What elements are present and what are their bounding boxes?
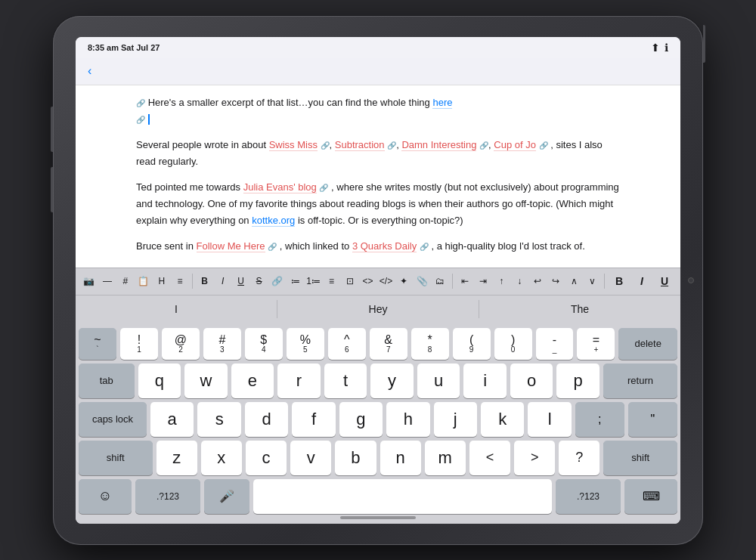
redo-toolbar-btn[interactable]: ↪: [548, 271, 563, 291]
key-u[interactable]: u: [417, 364, 460, 398]
italic-toolbar-btn[interactable]: I: [215, 271, 231, 291]
key-o[interactable]: o: [510, 364, 553, 398]
key-r[interactable]: r: [277, 364, 321, 398]
key-slash[interactable]: ?: [559, 441, 600, 475]
collapse-toolbar-btn[interactable]: ∧: [566, 271, 581, 291]
key-i[interactable]: i: [463, 364, 507, 398]
table-toolbar-btn[interactable]: 🗂: [432, 271, 448, 291]
format-italic-btn[interactable]: I: [632, 271, 652, 291]
delete-key[interactable]: delete: [618, 328, 677, 360]
key-dollar-4[interactable]: $ 4: [245, 328, 283, 360]
power-button[interactable]: [703, 25, 705, 63]
expand-toolbar-btn[interactable]: ∨: [584, 271, 600, 291]
key-h[interactable]: h: [386, 402, 429, 437]
shift-right-key[interactable]: shift: [603, 441, 677, 475]
here-link[interactable]: here: [432, 97, 452, 109]
key-a[interactable]: a: [150, 402, 194, 437]
key-g[interactable]: g: [339, 402, 383, 437]
microphone-key[interactable]: 🎤: [204, 479, 249, 514]
num-toggle-left-key[interactable]: .?123: [135, 479, 200, 514]
key-q[interactable]: q: [138, 364, 181, 398]
spacebar-key[interactable]: [253, 479, 552, 514]
key-c[interactable]: c: [246, 441, 287, 475]
key-j[interactable]: j: [434, 402, 477, 437]
return-key[interactable]: return: [603, 364, 677, 398]
attach-toolbar-btn[interactable]: 📎: [414, 271, 429, 291]
strikethrough-toolbar-btn[interactable]: S: [252, 271, 267, 291]
checkbox-toolbar-btn[interactable]: ⊡: [342, 271, 358, 291]
kottke-link[interactable]: kottke.org: [252, 215, 295, 227]
arrow-down-toolbar-btn[interactable]: ↓: [512, 271, 527, 291]
key-e[interactable]: e: [231, 364, 274, 398]
volume-down-button[interactable]: [51, 167, 53, 212]
key-m[interactable]: m: [425, 441, 466, 475]
indent-toolbar-btn[interactable]: ≡: [324, 271, 339, 291]
num-toggle-right-key[interactable]: .?123: [556, 479, 621, 514]
lines-toolbar-btn[interactable]: ≡: [172, 271, 187, 291]
key-n[interactable]: n: [380, 441, 421, 475]
prediction-hey[interactable]: Hey: [277, 300, 479, 318]
hashtag-toolbar-btn[interactable]: #: [118, 271, 133, 291]
key-exclaim-1[interactable]: ! 1: [120, 328, 158, 360]
key-minus-underscore[interactable]: - _: [536, 328, 574, 360]
photo-toolbar-btn[interactable]: 📷: [82, 271, 97, 291]
subtraction-link[interactable]: Subtraction: [335, 139, 385, 151]
key-t[interactable]: t: [324, 364, 367, 398]
key-caret-6[interactable]: ^ 6: [328, 328, 366, 360]
share-icon[interactable]: ⬆: [651, 42, 660, 54]
key-y[interactable]: y: [370, 364, 414, 398]
clipboard-toolbar-btn[interactable]: 📋: [136, 271, 151, 291]
info-icon[interactable]: ℹ: [665, 42, 668, 54]
key-hash-3[interactable]: # 3: [203, 328, 241, 360]
back-button[interactable]: ‹: [88, 64, 91, 78]
marcelo-rinesi-link[interactable]: Marcelo Rinesi: [136, 266, 201, 267]
key-d[interactable]: d: [245, 402, 288, 437]
key-v[interactable]: v: [290, 441, 331, 475]
code-toolbar-btn[interactable]: <>: [361, 271, 376, 291]
link-toolbar-btn[interactable]: 🔗: [270, 271, 285, 291]
undo-toolbar-btn[interactable]: ↩: [530, 271, 545, 291]
bold-toolbar-btn[interactable]: B: [197, 271, 212, 291]
key-z[interactable]: z: [156, 441, 197, 475]
arrow-up-toolbar-btn[interactable]: ↑: [494, 271, 509, 291]
key-equals-plus[interactable]: = +: [577, 328, 615, 360]
key-percent-5[interactable]: % 5: [287, 328, 324, 360]
heading-toolbar-btn[interactable]: H: [154, 271, 169, 291]
caps-lock-key[interactable]: caps lock: [79, 402, 147, 437]
key-b[interactable]: b: [335, 441, 376, 475]
emoji-key[interactable]: ☺: [79, 479, 132, 514]
cup-of-jo-link[interactable]: Cup of Jo: [494, 139, 536, 151]
format-underline-btn[interactable]: U: [655, 271, 674, 291]
key-rparen-0[interactable]: ) 0: [494, 328, 532, 360]
keyboard-dismiss-key[interactable]: ⌨: [624, 479, 677, 514]
key-amp-7[interactable]: & 7: [370, 328, 407, 360]
key-p[interactable]: p: [556, 364, 600, 398]
indent-right-toolbar-btn[interactable]: ⇥: [476, 271, 491, 291]
key-comma[interactable]: <: [469, 441, 510, 475]
key-s[interactable]: s: [197, 402, 240, 437]
swiss-miss-link[interactable]: Swiss Miss: [269, 139, 318, 151]
ul-toolbar-btn[interactable]: ≔: [288, 271, 303, 291]
follow-me-here-link[interactable]: Follow Me Here: [197, 240, 265, 252]
key-l[interactable]: l: [528, 402, 571, 437]
indent-left-toolbar-btn[interactable]: ⇤: [457, 271, 472, 291]
sparkle-toolbar-btn[interactable]: ✦: [397, 271, 412, 291]
key-lparen-9[interactable]: ( 9: [453, 328, 491, 360]
key-f[interactable]: f: [292, 402, 335, 437]
key-semicolon[interactable]: ;: [575, 402, 624, 437]
key-tilde-backtick[interactable]: ~ `: [79, 328, 116, 360]
key-star-8[interactable]: * 8: [411, 328, 449, 360]
key-quote[interactable]: ": [628, 402, 677, 437]
volume-up-button[interactable]: [51, 107, 53, 152]
prediction-the[interactable]: The: [479, 300, 680, 318]
quarks-daily-link[interactable]: 3 Quarks Daily: [352, 240, 417, 252]
key-k[interactable]: k: [481, 402, 524, 437]
code-block-toolbar-btn[interactable]: </>: [379, 271, 394, 291]
prediction-i[interactable]: I: [76, 300, 277, 318]
format-bold-btn[interactable]: B: [609, 271, 629, 291]
julia-evans-link[interactable]: Julia Evans' blog: [243, 181, 317, 193]
key-x[interactable]: x: [201, 441, 242, 475]
ol-toolbar-btn[interactable]: 1≔: [306, 271, 321, 291]
dash-toolbar-btn[interactable]: —: [100, 271, 115, 291]
key-w[interactable]: w: [184, 364, 228, 398]
